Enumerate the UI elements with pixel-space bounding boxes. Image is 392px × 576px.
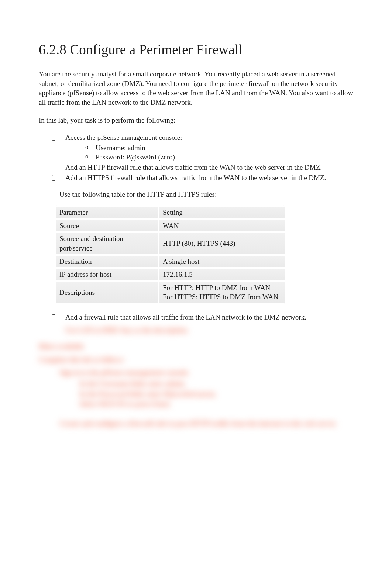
table-row: Descriptions For HTTP: HTTP to DMZ from … [56,282,285,304]
blur-complete: Complete this lab as follows: [39,355,353,365]
username-line: Username: admin [85,143,353,153]
cell-param: Parameter [56,205,159,220]
blur-step-2: Create and configure a firewall rule to … [59,419,353,428]
cell-setting: WAN [159,220,285,233]
blur-step-1a: In the Username field, enter admin. [79,379,353,389]
blurred-content: Use LAN to DMZ Any as the description. [65,325,353,335]
blur-hints: Hints available [39,342,353,351]
console-credentials-list: Username: admin Password: P@ssw0rd (zero… [85,143,353,162]
table-row: Source WAN [56,220,285,233]
blur-step-1c: Select SIGN IN or press Enter. [79,399,353,409]
task-list: Access the pfSense management console: U… [52,133,353,182]
table-row: Source and destination port/service HTTP… [56,233,285,255]
task-lan-rule: Add a firewall rule that allows all traf… [52,313,353,335]
intro-paragraph-2: In this lab, your task is to perform the… [39,115,353,125]
cell-setting: HTTP (80), HTTPS (443) [159,233,285,255]
task-list-2: Add a firewall rule that allows all traf… [52,313,353,335]
task-access-label: Access the pfSense management console: [65,134,182,141]
rules-table: Parameter Setting Source WAN Source and … [56,205,285,304]
cell-setting: A single host [159,256,285,269]
table-intro: Use the following table for the HTTP and… [59,190,353,199]
task-https-rule: Add an HTTPS firewall rule that allows t… [52,173,353,183]
cell-param: Source [56,220,159,233]
table-row: Destination A single host [56,256,285,269]
cell-param: Source and destination port/service [56,233,159,255]
intro-paragraph-1: You are the security analyst for a small… [39,69,353,107]
blur-step-1b: In the Password field, enter P@ssw0rd (z… [79,389,353,399]
task-http-rule: Add an HTTP firewall rule that allows tr… [52,163,353,172]
page-title: 6.2.8 Configure a Perimeter Firewall [39,41,353,59]
cell-param: IP address for host [56,269,159,282]
task-access-console: Access the pfSense management console: U… [52,133,353,162]
cell-setting: Setting [159,205,285,220]
cell-param: Descriptions [56,282,159,304]
task-lan-label: Add a firewall rule that allows all traf… [65,313,306,321]
cell-setting: 172.16.1.5 [159,269,285,282]
password-line: Password: P@ssw0rd (zero) [85,152,353,162]
blur-step-1: Sign in to the pfSense management consol… [59,368,353,377]
cell-setting: For HTTP: HTTP to DMZ from WANFor HTTPS:… [159,282,285,304]
table-row: Parameter Setting [56,205,285,220]
blurred-content-main: Hints available Complete this lab as fol… [39,342,353,428]
blur-desc-line: Use LAN to DMZ Any as the description. [65,325,353,335]
cell-param: Destination [56,256,159,269]
table-row: IP address for host 172.16.1.5 [56,269,285,282]
